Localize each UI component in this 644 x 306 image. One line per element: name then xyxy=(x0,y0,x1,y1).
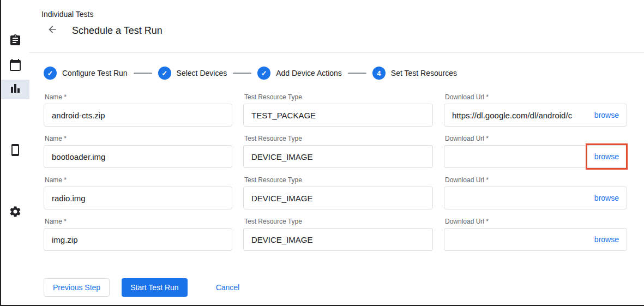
download-url-input[interactable]: https://dl.google.com/dl/android/c brows… xyxy=(444,104,627,127)
form-actions: Previous Step Start Test Run Cancel xyxy=(29,251,644,297)
download-url-field: Download Url * browse xyxy=(444,176,627,209)
step-connector xyxy=(134,73,152,74)
field-label: Test Resource Type xyxy=(244,218,433,225)
resource-name-field: Name * bootloader.img xyxy=(44,135,232,168)
cancel-button[interactable]: Cancel xyxy=(207,278,249,297)
sidebar xyxy=(1,0,29,305)
page-header: Individual Tests Schedule a Test Run xyxy=(29,0,644,53)
resource-name-field: Name * img.zip xyxy=(44,218,232,251)
download-url-field: Download Url * browse xyxy=(444,135,627,168)
step-label: Set Test Resources xyxy=(391,69,457,77)
resource-type-field: Test Resource Type TEST_PACKAGE xyxy=(243,93,433,127)
field-label: Name * xyxy=(45,135,232,142)
resource-name-input[interactable]: img.zip xyxy=(44,228,232,251)
resource-type-select[interactable]: DEVICE_IMAGE xyxy=(243,187,433,209)
main-content: Individual Tests Schedule a Test Run ✓ C… xyxy=(29,0,644,305)
previous-step-button[interactable]: Previous Step xyxy=(44,278,110,297)
app-window: Individual Tests Schedule a Test Run ✓ C… xyxy=(0,0,644,306)
browse-link[interactable]: browse xyxy=(594,235,619,244)
step-label: Configure Test Run xyxy=(62,69,128,77)
settings-gear-icon xyxy=(9,205,22,220)
back-button[interactable] xyxy=(46,24,59,37)
step-complete-check-icon: ✓ xyxy=(257,67,270,80)
step-connector xyxy=(233,73,251,74)
browse-link[interactable]: browse xyxy=(594,152,619,161)
field-label: Name * xyxy=(45,93,232,101)
stepper: ✓ Configure Test Run ✓ Select Devices ✓ … xyxy=(29,53,644,80)
resource-name-field: Name * android-cts.zip xyxy=(44,93,232,127)
step-number-badge: 4 xyxy=(372,67,386,80)
resource-type-select[interactable]: DEVICE_IMAGE xyxy=(243,145,433,168)
download-url-input[interactable]: browse xyxy=(444,145,627,168)
bar-chart-icon xyxy=(9,82,22,97)
resource-type-field: Test Resource Type DEVICE_IMAGE xyxy=(243,135,433,168)
breadcrumb: Individual Tests xyxy=(41,10,644,19)
resource-form: Name * android-cts.zip Test Resource Typ… xyxy=(29,80,644,251)
step-label: Add Device Actions xyxy=(276,69,342,77)
calendar-icon xyxy=(9,58,22,74)
field-label: Name * xyxy=(45,176,232,184)
resource-type-select[interactable]: TEST_PACKAGE xyxy=(243,104,433,127)
step-label: Select Devices xyxy=(177,69,227,77)
field-label: Download Url * xyxy=(445,135,627,142)
step-complete-check-icon: ✓ xyxy=(44,67,57,80)
page-title: Schedule a Test Run xyxy=(72,25,162,37)
field-label: Test Resource Type xyxy=(244,135,433,142)
field-label: Download Url * xyxy=(445,93,627,101)
sidebar-item-devices[interactable] xyxy=(1,141,29,161)
resource-name-input[interactable]: radio.img xyxy=(44,187,232,209)
download-url-input[interactable]: browse xyxy=(444,228,627,251)
resource-name-input[interactable]: bootloader.img xyxy=(44,145,232,168)
download-url-field: Download Url * browse xyxy=(444,218,627,251)
resource-type-field: Test Resource Type DEVICE_IMAGE xyxy=(243,176,433,209)
field-label: Download Url * xyxy=(445,218,627,225)
sidebar-item-test-runs[interactable] xyxy=(1,80,29,99)
step-set-test-resources[interactable]: 4 Set Test Resources xyxy=(372,67,457,80)
resource-type-field: Test Resource Type DEVICE_IMAGE xyxy=(243,218,433,251)
sidebar-item-test-plans[interactable] xyxy=(1,56,29,76)
field-label: Name * xyxy=(45,218,232,225)
step-add-device-actions[interactable]: ✓ Add Device Actions xyxy=(257,67,342,80)
download-url-field: Download Url * https://dl.google.com/dl/… xyxy=(444,93,627,127)
resource-name-field: Name * radio.img xyxy=(44,176,232,209)
start-test-run-button[interactable]: Start Test Run xyxy=(122,278,187,297)
field-label: Test Resource Type xyxy=(244,93,433,101)
step-configure-test-run[interactable]: ✓ Configure Test Run xyxy=(44,67,128,80)
sidebar-item-tests[interactable] xyxy=(1,32,29,51)
step-connector xyxy=(348,73,366,74)
sidebar-item-settings[interactable] xyxy=(1,203,29,223)
resource-type-select[interactable]: DEVICE_IMAGE xyxy=(243,228,433,251)
field-label: Test Resource Type xyxy=(244,176,433,184)
clipboard-tests-icon xyxy=(9,34,22,49)
browse-link[interactable]: browse xyxy=(594,111,619,119)
browse-link[interactable]: browse xyxy=(594,194,619,202)
step-select-devices[interactable]: ✓ Select Devices xyxy=(158,67,227,80)
smartphone-icon xyxy=(9,143,22,159)
resource-name-input[interactable]: android-cts.zip xyxy=(44,104,232,127)
download-url-input[interactable]: browse xyxy=(444,187,627,209)
field-label: Download Url * xyxy=(445,176,627,184)
step-complete-check-icon: ✓ xyxy=(158,67,171,80)
arrow-back-icon xyxy=(47,24,58,37)
